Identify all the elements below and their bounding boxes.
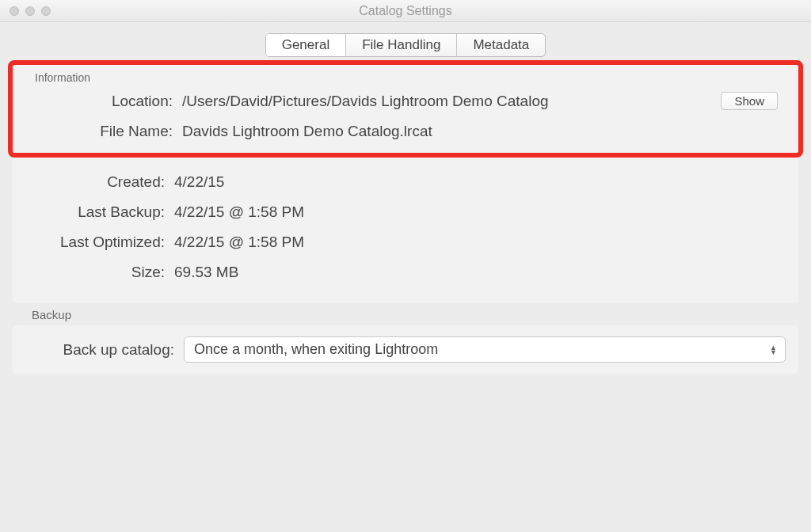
size-label: Size: <box>13 264 174 281</box>
backup-legend: Backup <box>32 308 71 321</box>
tab-general[interactable]: General <box>266 34 345 56</box>
created-row: Created: 4/22/15 <box>13 167 790 197</box>
traffic-lights <box>10 6 51 16</box>
backup-panel: Back up catalog: Once a month, when exit… <box>13 325 798 374</box>
tab-metadata[interactable]: Metadata <box>456 34 545 56</box>
titlebar: Catalog Settings <box>0 0 811 22</box>
last-optimized-row: Last Optimized: 4/22/15 @ 1:58 PM <box>13 227 790 257</box>
filename-label: File Name: <box>21 123 182 140</box>
tab-bar: General File Handling Metadata <box>13 33 798 57</box>
show-button[interactable]: Show <box>721 92 778 110</box>
highlight-annotation: Information Location: /Users/David/Pictu… <box>8 60 803 158</box>
content-area: General File Handling Metadata Informati… <box>0 22 811 374</box>
size-value: 69.53 MB <box>174 264 782 281</box>
close-icon[interactable] <box>10 6 19 16</box>
last-backup-row: Last Backup: 4/22/15 @ 1:58 PM <box>13 197 790 227</box>
filename-row: File Name: Davids Lightroom Demo Catalog… <box>21 116 790 146</box>
backup-frequency-value: Once a month, when exiting Lightroom <box>194 341 438 358</box>
minimize-icon[interactable] <box>25 6 35 16</box>
backup-frequency-select[interactable]: Once a month, when exiting Lightroom ▲▼ <box>184 336 786 363</box>
backup-label: Back up catalog: <box>25 341 184 359</box>
filename-value: Davids Lightroom Demo Catalog.lrcat <box>182 123 782 140</box>
window-title: Catalog Settings <box>0 4 811 18</box>
last-backup-value: 4/22/15 @ 1:58 PM <box>174 203 782 221</box>
information-legend: Information <box>21 71 790 86</box>
zoom-icon[interactable] <box>41 6 51 16</box>
last-optimized-label: Last Optimized: <box>13 234 174 251</box>
location-label: Location: <box>21 93 182 110</box>
location-row: Location: /Users/David/Pictures/Davids L… <box>21 86 790 116</box>
size-row: Size: 69.53 MB <box>13 257 790 287</box>
last-backup-label: Last Backup: <box>13 203 174 221</box>
information-panel: Information Location: /Users/David/Pictu… <box>13 60 798 303</box>
location-value: /Users/David/Pictures/Davids Lightroom D… <box>182 93 721 110</box>
chevron-up-down-icon: ▲▼ <box>770 345 777 355</box>
tab-file-handling[interactable]: File Handling <box>345 34 456 56</box>
last-optimized-value: 4/22/15 @ 1:58 PM <box>174 234 782 251</box>
created-label: Created: <box>13 173 174 191</box>
created-value: 4/22/15 <box>174 173 782 191</box>
